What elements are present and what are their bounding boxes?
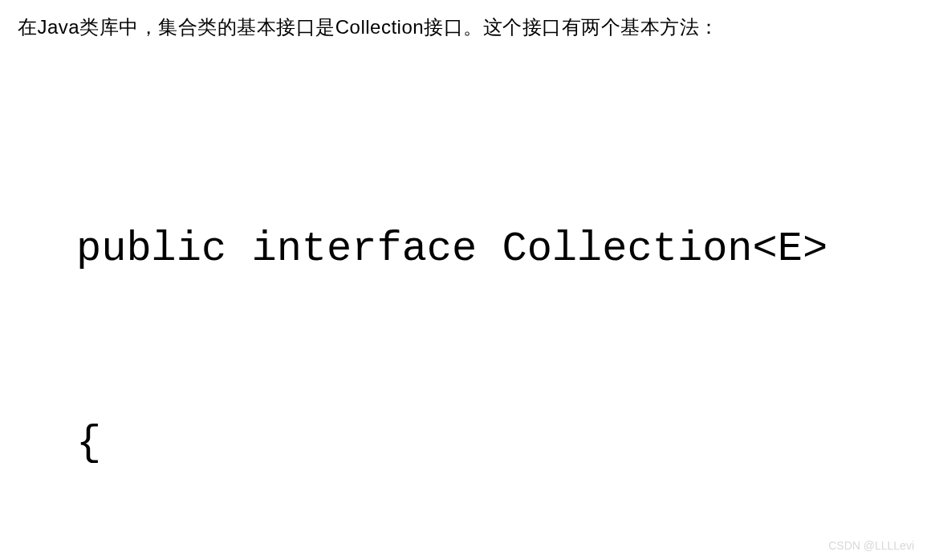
watermark-text: CSDN @LLLLevi <box>828 539 914 552</box>
code-snippet: public interface Collection<E> { boolean… <box>76 88 827 560</box>
code-line-open-brace: { <box>76 412 827 477</box>
intro-paragraph: 在Java类库中，集合类的基本接口是Collection接口。这个接口有两个基本… <box>18 14 719 40</box>
code-line-declaration: public interface Collection<E> <box>76 217 827 282</box>
